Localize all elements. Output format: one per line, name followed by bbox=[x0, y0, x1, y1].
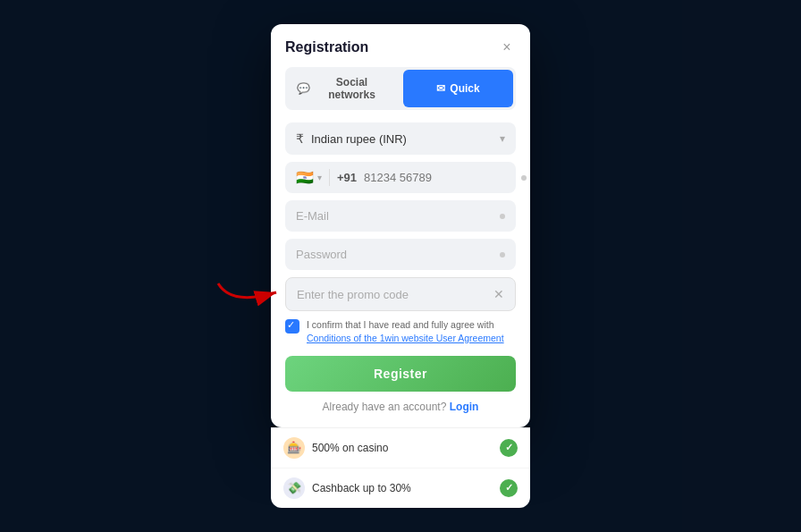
social-icon: 💬 bbox=[297, 82, 310, 95]
close-button[interactable]: × bbox=[498, 38, 516, 56]
bonuses-panel: 🎰 500% on casino ✓ 💸 Cashback up to 30% … bbox=[271, 427, 530, 508]
email-required-dot bbox=[500, 214, 505, 219]
bonus-cashback-label: Cashback up to 30% bbox=[312, 482, 411, 494]
bonus-casino: 🎰 500% on casino ✓ bbox=[271, 428, 530, 469]
phone-prefix: +91 bbox=[337, 171, 357, 184]
terms-link[interactable]: Conditions of the 1win website User Agre… bbox=[307, 333, 504, 343]
email-field-wrapper bbox=[285, 200, 516, 232]
cashback-icon: 💸 bbox=[283, 477, 305, 499]
currency-dropdown[interactable]: ₹ Indian rupee (INR) ▾ bbox=[285, 122, 516, 155]
rupee-icon: ₹ bbox=[296, 131, 304, 146]
modal-header: Registration × bbox=[285, 38, 516, 56]
terms-checkbox[interactable] bbox=[285, 319, 299, 334]
bonus-cashback-check: ✓ bbox=[500, 479, 518, 497]
promo-wrapper: ✕ bbox=[285, 277, 516, 311]
india-flag-icon: 🇮🇳 bbox=[296, 169, 314, 186]
bonus-casino-label: 500% on casino bbox=[312, 442, 388, 454]
password-required-dot bbox=[500, 252, 505, 258]
terms-label: I confirm that I have read and fully agr… bbox=[307, 318, 516, 344]
email-input[interactable] bbox=[296, 209, 493, 223]
casino-icon: 🎰 bbox=[283, 437, 305, 459]
bonus-casino-check: ✓ bbox=[500, 439, 518, 457]
email-icon: ✉ bbox=[436, 82, 445, 95]
tab-social-label: Social networks bbox=[315, 76, 389, 101]
red-arrow-indicator bbox=[214, 274, 285, 314]
phone-field: 🇮🇳 ▾ +91 bbox=[285, 162, 516, 193]
flag-selector[interactable]: 🇮🇳 ▾ bbox=[296, 169, 330, 186]
clear-icon[interactable]: ✕ bbox=[493, 287, 504, 301]
modal-wrapper: Registration × 💬 Social networks ✉ Quick… bbox=[271, 24, 530, 507]
promo-input[interactable] bbox=[297, 288, 486, 301]
promo-field-wrapper: ✕ bbox=[285, 277, 516, 311]
bonus-cashback: 💸 Cashback up to 30% ✓ bbox=[271, 469, 530, 508]
field-required-dot bbox=[521, 175, 527, 181]
currency-label: Indian rupee (INR) bbox=[311, 132, 407, 146]
currency-left: ₹ Indian rupee (INR) bbox=[296, 131, 407, 146]
login-prompt: Already have an account? Login bbox=[285, 401, 516, 413]
login-prompt-text: Already have an account? bbox=[323, 401, 447, 413]
flag-chevron-icon: ▾ bbox=[317, 173, 322, 182]
registration-modal: Registration × 💬 Social networks ✉ Quick… bbox=[271, 24, 530, 426]
tab-social-networks[interactable]: 💬 Social networks bbox=[288, 70, 398, 107]
terms-checkbox-row: I confirm that I have read and fully agr… bbox=[285, 318, 516, 344]
phone-input[interactable] bbox=[364, 171, 514, 184]
tab-quick[interactable]: ✉ Quick bbox=[403, 70, 513, 107]
password-field-wrapper bbox=[285, 239, 516, 270]
register-button[interactable]: Register bbox=[285, 356, 516, 392]
bonus-casino-left: 🎰 500% on casino bbox=[283, 437, 388, 459]
bonus-cashback-left: 💸 Cashback up to 30% bbox=[283, 477, 411, 499]
modal-title: Registration bbox=[285, 39, 368, 55]
tab-row: 💬 Social networks ✉ Quick bbox=[285, 67, 516, 110]
chevron-down-icon: ▾ bbox=[500, 132, 505, 145]
login-link[interactable]: Login bbox=[450, 401, 479, 413]
tab-quick-label: Quick bbox=[450, 82, 479, 95]
password-input[interactable] bbox=[296, 248, 493, 261]
terms-prefix-text: I confirm that I have read and fully agr… bbox=[307, 319, 494, 330]
